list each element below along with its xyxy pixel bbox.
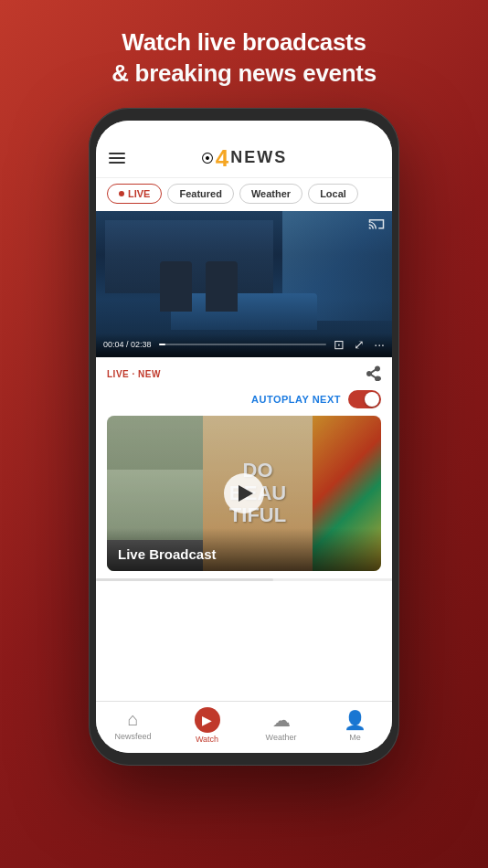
- nav-pills: LIVE Featured Weather Local: [96, 178, 392, 211]
- content-area: LIVE · NEW AUTOPLAY NEXT: [96, 357, 392, 701]
- logo-number: 4: [216, 146, 228, 170]
- autoplay-row: AUTOPLAY NEXT: [96, 388, 392, 416]
- nav-watch[interactable]: ▶ Watch: [170, 707, 244, 744]
- video-card[interactable]: DOBEAUTIFUL Live Broadcast: [107, 416, 381, 571]
- video-controls: 00:04 / 02:38 ⊡ ⤢ ···: [96, 333, 392, 357]
- cbs-eye-icon: ⦿: [201, 151, 214, 165]
- play-button[interactable]: [224, 473, 264, 513]
- logo-news-text: NEWS: [230, 148, 287, 167]
- pill-live[interactable]: LIVE: [107, 184, 162, 204]
- pill-weather[interactable]: Weather: [239, 184, 302, 204]
- autoplay-toggle[interactable]: [348, 390, 381, 408]
- cast-icon[interactable]: [368, 218, 385, 231]
- menu-icon[interactable]: [109, 153, 125, 164]
- studio-chair-right: [206, 261, 238, 312]
- profile-icon: 👤: [344, 709, 366, 731]
- fullscreen-icon[interactable]: ⤢: [354, 337, 365, 352]
- me-label: Me: [349, 733, 361, 742]
- share-button[interactable]: [366, 365, 381, 385]
- video-player[interactable]: 00:04 / 02:38 ⊡ ⤢ ···: [96, 211, 392, 357]
- card-thumbnail: DOBEAUTIFUL Live Broadcast: [107, 416, 381, 571]
- app-logo: ⦿ 4 NEWS: [201, 146, 287, 170]
- nav-me[interactable]: 👤 Me: [318, 709, 392, 742]
- watch-active-icon: ▶: [195, 707, 220, 733]
- weather-nav-label: Weather: [266, 733, 297, 742]
- subtitles-icon[interactable]: ⊡: [334, 337, 345, 352]
- featured-label: Featured: [179, 188, 221, 199]
- home-icon: ⌂: [127, 709, 138, 730]
- weather-icon: ☁: [272, 709, 291, 731]
- studio-desk: [171, 293, 317, 330]
- scroll-indicator: [96, 578, 392, 581]
- autoplay-label: AUTOPLAY NEXT: [251, 394, 341, 405]
- pill-featured[interactable]: Featured: [167, 184, 233, 204]
- pill-local[interactable]: Local: [308, 184, 358, 204]
- newsfeed-label: Newsfeed: [114, 732, 151, 741]
- card-title: Live Broadcast: [107, 528, 381, 571]
- phone-shell: ⦿ 4 NEWS LIVE Featured Weather Local: [89, 108, 399, 766]
- weather-label: Weather: [251, 188, 291, 199]
- studio-chair-left: [160, 261, 192, 312]
- live-badge-row: LIVE · NEW: [96, 357, 392, 388]
- progress-fill: [159, 344, 165, 345]
- local-label: Local: [320, 188, 346, 199]
- app-header: ⦿ 4 NEWS: [96, 121, 392, 178]
- phone-screen: ⦿ 4 NEWS LIVE Featured Weather Local: [96, 121, 392, 753]
- progress-bar[interactable]: [159, 344, 327, 345]
- live-dot-icon: [119, 191, 124, 196]
- scroll-bar: [96, 578, 273, 581]
- live-label: LIVE: [128, 188, 150, 199]
- more-options-icon[interactable]: ···: [374, 337, 385, 352]
- nav-weather[interactable]: ☁ Weather: [244, 709, 318, 742]
- nav-newsfeed[interactable]: ⌂ Newsfeed: [96, 709, 170, 741]
- watch-label: Watch: [196, 735, 218, 744]
- time-display: 00:04 / 02:38: [103, 340, 152, 349]
- control-icons: ⊡ ⤢ ···: [334, 337, 385, 352]
- bottom-nav: ⌂ Newsfeed ▶ Watch ☁ Weather 👤 Me: [96, 701, 392, 753]
- hero-text: Watch live broadcasts & breaking news ev…: [75, 0, 413, 108]
- live-new-badge: LIVE · NEW: [107, 369, 161, 379]
